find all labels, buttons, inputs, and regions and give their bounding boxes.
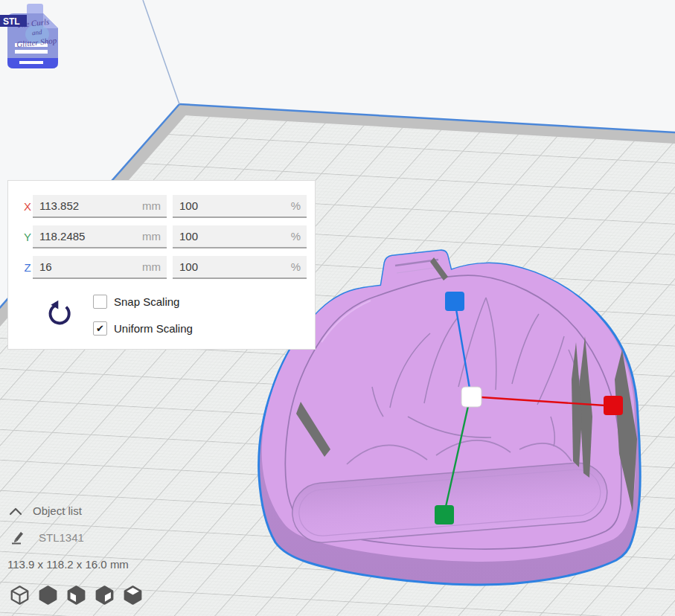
uniform-scaling-checkbox[interactable]: ✔	[93, 321, 107, 336]
cube-top-face-icon	[122, 584, 144, 606]
y-size-unit: mm	[142, 225, 161, 247]
chevron-up-icon	[9, 507, 22, 516]
view-3d-button[interactable]	[8, 583, 31, 606]
cube-isometric-icon	[9, 584, 31, 606]
scale-handle-center[interactable]	[461, 387, 482, 407]
scale-handle-x[interactable]	[604, 396, 623, 415]
x-percent-unit: %	[291, 195, 301, 216]
file-text-bar	[19, 61, 43, 64]
uniform-scaling-row: ✔ Uniform Scaling	[93, 321, 193, 336]
x-size-field: mm	[33, 195, 167, 218]
object-list-header: Object list	[33, 504, 82, 517]
object-list-toggle[interactable]: Object list	[9, 504, 82, 517]
x-percent-input[interactable]	[173, 195, 307, 216]
y-percent-field: %	[173, 225, 307, 248]
z-percent-field: %	[173, 256, 307, 279]
stl-label: STL	[3, 16, 20, 27]
y-percent-input[interactable]	[173, 225, 307, 247]
scale-handle-z[interactable]	[445, 292, 464, 311]
view-left-button[interactable]	[65, 583, 88, 606]
camera-view-toolbar	[8, 583, 144, 606]
cube-front-face-icon	[94, 584, 115, 606]
object-list-item[interactable]: STL1341	[10, 529, 84, 545]
x-percent-field: %	[173, 195, 307, 218]
object-name: STL1341	[39, 531, 84, 544]
view-front-right-button[interactable]	[93, 583, 116, 606]
watermark-line2: and	[32, 28, 43, 36]
view-front-button[interactable]	[36, 583, 60, 606]
cube-left-face-icon	[65, 584, 87, 606]
file-text-bar	[15, 50, 48, 54]
object-dimensions: 113.9 x 118.2 x 16.0 mm	[7, 558, 129, 571]
scale-tool-panel: X mm % Y mm % Z mm % Snap Scaling ✔ Unif…	[7, 180, 316, 350]
snap-scaling-checkbox[interactable]	[93, 295, 107, 309]
view-top-button[interactable]	[121, 583, 144, 606]
edit-pencil-icon	[10, 529, 28, 545]
stl-file-badge: The Curls and Glitter Shop STL	[0, 1, 68, 73]
reset-scale-button[interactable]	[47, 300, 74, 328]
z-size-field: mm	[33, 256, 167, 279]
scale-handle-y[interactable]	[435, 505, 454, 524]
y-percent-unit: %	[291, 225, 301, 247]
z-percent-input[interactable]	[173, 256, 307, 277]
snap-scaling-label: Snap Scaling	[114, 295, 179, 308]
y-size-field: mm	[33, 225, 167, 248]
x-size-unit: mm	[142, 195, 161, 216]
cube-solid-icon	[37, 584, 59, 606]
snap-scaling-row: Snap Scaling	[93, 294, 179, 309]
z-size-unit: mm	[142, 256, 161, 277]
reset-arrow-icon	[47, 300, 74, 328]
uniform-scaling-label: Uniform Scaling	[114, 322, 193, 335]
z-percent-unit: %	[291, 256, 301, 277]
